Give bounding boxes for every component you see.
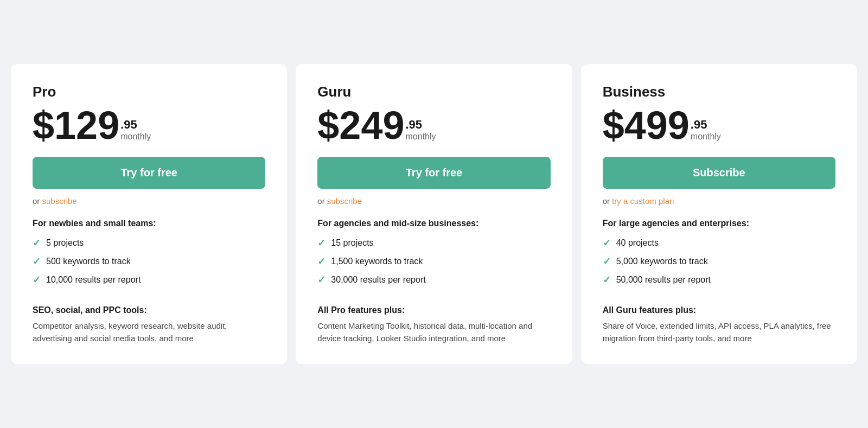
price-cents-block-business: .95monthly: [691, 119, 721, 142]
feature-text: 500 keywords to track: [46, 257, 131, 266]
checkmark-icon: ✓: [317, 255, 326, 267]
feature-item: ✓5,000 keywords to track: [603, 255, 835, 267]
feature-text: 30,000 results per report: [331, 275, 425, 285]
plan-name-pro: Pro: [33, 84, 265, 100]
price-period-business: monthly: [691, 132, 721, 142]
feature-item: ✓30,000 results per report: [317, 274, 550, 286]
tools-label-pro: SEO, social, and PPC tools:: [33, 305, 265, 315]
price-cents-guru: .95: [406, 119, 436, 131]
feature-item: ✓40 projects: [603, 237, 835, 249]
plan-name-business: Business: [603, 84, 835, 100]
price-main-guru: $249: [317, 106, 404, 145]
tools-desc-pro: Competitor analysis, keyword research, w…: [33, 320, 265, 345]
checkmark-icon: ✓: [317, 237, 326, 249]
price-main-business: $499: [603, 106, 690, 145]
feature-text: 40 projects: [616, 238, 659, 248]
features-list-business: ✓40 projects✓5,000 keywords to track✓50,…: [603, 237, 835, 292]
tools-desc-business: Share of Voice, extended limits, API acc…: [603, 320, 835, 345]
feature-text: 10,000 results per report: [46, 275, 141, 285]
price-main-pro: $129: [33, 106, 119, 145]
subscribe-row-business: or try a custom plan: [603, 196, 835, 206]
price-cents-business: .95: [691, 119, 721, 131]
feature-text: 5 projects: [46, 238, 84, 248]
feature-text: 50,000 results per report: [616, 275, 711, 285]
checkmark-icon: ✓: [317, 274, 326, 286]
features-list-pro: ✓5 projects✓500 keywords to track✓10,000…: [33, 237, 265, 292]
feature-item: ✓1,500 keywords to track: [317, 255, 550, 267]
checkmark-icon: ✓: [33, 274, 41, 286]
target-label-business: For large agencies and enterprises:: [603, 219, 835, 228]
cta-button-pro[interactable]: Try for free: [33, 157, 265, 189]
tools-label-business: All Guru features plus:: [603, 305, 835, 315]
subscribe-link-pro[interactable]: subscribe: [42, 196, 77, 206]
plan-name-guru: Guru: [317, 84, 550, 100]
feature-item: ✓500 keywords to track: [33, 255, 265, 267]
pricing-card-pro: Pro$129.95monthlyTry for freeor subscrib…: [11, 64, 287, 365]
price-cents-pro: .95: [120, 119, 151, 131]
price-period-pro: monthly: [120, 132, 151, 142]
feature-item: ✓10,000 results per report: [33, 274, 265, 286]
pricing-card-guru: Guru$249.95monthlyTry for freeor subscri…: [296, 64, 572, 365]
pricing-card-business: Business$499.95monthlySubscribeor try a …: [581, 64, 857, 365]
feature-text: 15 projects: [331, 238, 373, 248]
feature-text: 5,000 keywords to track: [616, 257, 708, 266]
cta-button-business[interactable]: Subscribe: [603, 157, 835, 189]
checkmark-icon: ✓: [33, 255, 41, 267]
feature-item: ✓15 projects: [317, 237, 550, 249]
pricing-container: Pro$129.95monthlyTry for freeor subscrib…: [11, 64, 857, 365]
subscribe-link-guru[interactable]: subscribe: [327, 196, 362, 206]
features-list-guru: ✓15 projects✓1,500 keywords to track✓30,…: [317, 237, 550, 292]
checkmark-icon: ✓: [603, 237, 611, 249]
target-label-guru: For agencies and mid-size businesses:: [317, 219, 550, 228]
subscribe-row-guru: or subscribe: [317, 196, 550, 206]
price-row-guru: $249.95monthly: [317, 106, 550, 145]
target-label-pro: For newbies and small teams:: [33, 219, 265, 228]
feature-item: ✓5 projects: [33, 237, 265, 249]
subscribe-row-pro: or subscribe: [33, 196, 265, 206]
checkmark-icon: ✓: [33, 237, 41, 249]
price-cents-block-pro: .95monthly: [120, 119, 151, 142]
tools-desc-guru: Content Marketing Toolkit, historical da…: [317, 320, 550, 345]
price-row-business: $499.95monthly: [603, 106, 835, 145]
tools-label-guru: All Pro features plus:: [317, 305, 550, 315]
price-row-pro: $129.95monthly: [33, 106, 265, 145]
price-period-guru: monthly: [406, 132, 436, 142]
subscribe-link-business[interactable]: try a custom plan: [612, 196, 674, 206]
checkmark-icon: ✓: [603, 255, 611, 267]
feature-text: 1,500 keywords to track: [331, 257, 423, 266]
feature-item: ✓50,000 results per report: [603, 274, 835, 286]
price-cents-block-guru: .95monthly: [406, 119, 436, 142]
checkmark-icon: ✓: [603, 274, 611, 286]
cta-button-guru[interactable]: Try for free: [317, 157, 550, 189]
